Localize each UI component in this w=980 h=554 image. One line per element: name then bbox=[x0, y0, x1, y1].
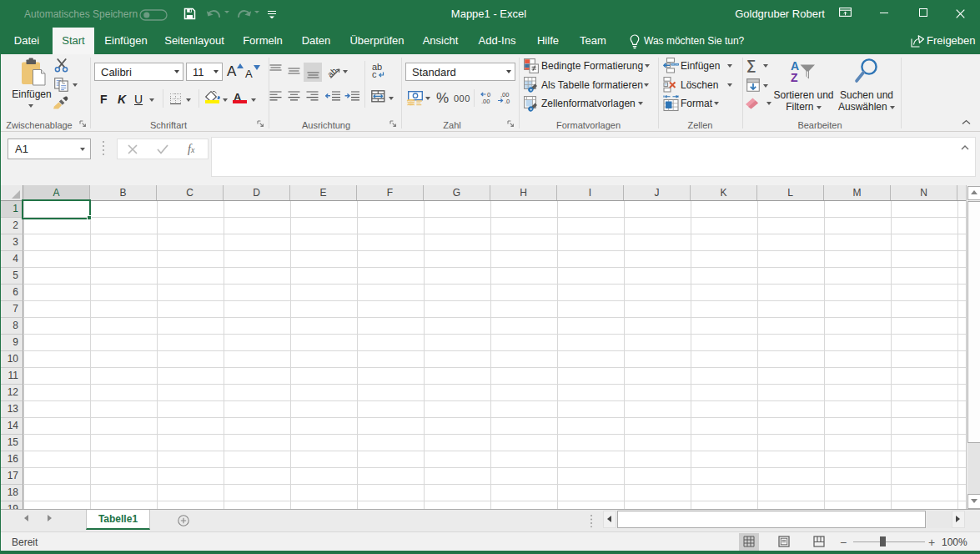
svg-text:c: c bbox=[372, 69, 377, 78]
svg-text:,0: ,0 bbox=[505, 98, 510, 104]
svg-text:ab: ab bbox=[327, 66, 339, 79]
svg-text:,00: ,00 bbox=[481, 98, 490, 104]
svg-text:Z: Z bbox=[791, 71, 798, 84]
